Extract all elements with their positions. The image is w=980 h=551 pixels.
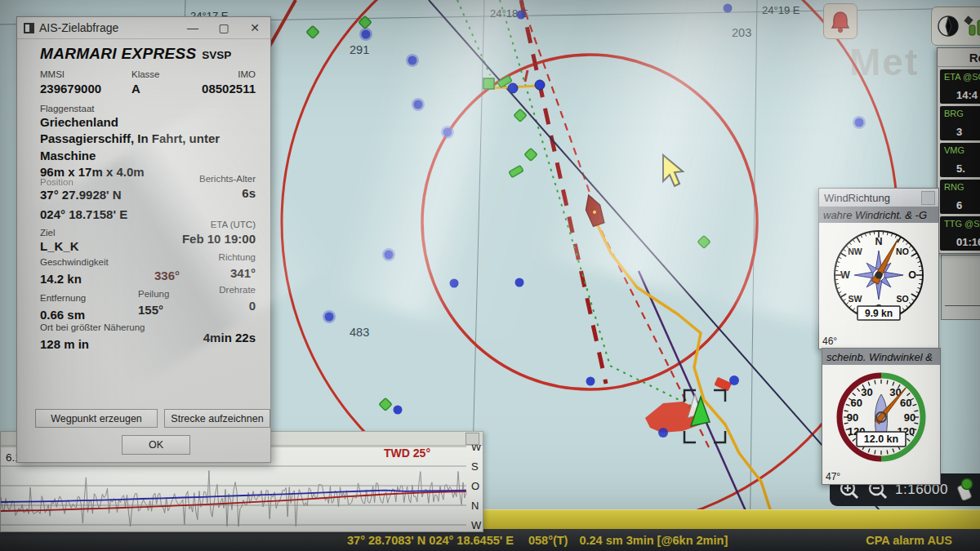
record-track-button[interactable]: Strecke aufzeichnen (164, 409, 270, 428)
range-label: Entfernung (40, 293, 86, 303)
class-label: Klasse (131, 69, 160, 79)
cursor-range-readout: 0.24 sm 3min [@6kn 2min] (579, 534, 728, 547)
sog-value: 14.2 kn (40, 272, 82, 286)
svg-text:90: 90 (904, 411, 915, 424)
wind-direction-window[interactable]: WindRichtung wahre Windricht. & -G NNOOS… (818, 188, 939, 349)
apparent-wind-corner-value: 47° (826, 471, 840, 482)
route-eta-box: ETA @SOG 14:4 (940, 69, 980, 104)
close-icon[interactable]: ✕ (239, 17, 270, 38)
eta-value: Feb 10 19:00 (182, 232, 256, 246)
svg-text:SO: SO (896, 294, 908, 304)
latitude-value: 37° 27.9928' N (40, 188, 122, 202)
rot-value: 0 (249, 299, 256, 313)
longitude-value: 024° 18.7158' E (40, 207, 127, 221)
apparent-wind-speed-value: 12.0 kn (864, 433, 898, 445)
dialog-title: AIS-Zielabfrage (39, 21, 118, 34)
wind-compass-rose: NNOOSOSSWWNW9.9 kn (819, 223, 938, 332)
heading-value: 341° (230, 266, 256, 280)
svg-text:O: O (471, 480, 479, 492)
svg-text:90: 90 (847, 411, 858, 424)
true-wind-subtitle: wahre Windricht. & -G (819, 207, 938, 223)
bearing-label: Peilung (138, 289, 169, 299)
true-wind-corner-value: 46° (822, 335, 837, 347)
nav-status-line2: Maschine (40, 149, 96, 162)
ship-name: MARMARI EXPRESS (40, 45, 196, 62)
bell-icon (830, 10, 851, 33)
cpa-alarm-status: CPA alarm AUS (866, 534, 952, 547)
signal-bars-icon[interactable] (964, 14, 980, 38)
orientation-icon[interactable] (954, 477, 975, 503)
route-console[interactable]: Route ETA @SOG 14:4 BRG 3 VMG 5. RNG 6 T… (937, 47, 980, 254)
destination-value: L_K_K (40, 239, 79, 253)
svg-text:NO: NO (896, 247, 909, 256)
true-wind-speed-value: 9.9 kn (865, 308, 893, 319)
ownship-symbol[interactable] (581, 193, 605, 227)
svg-text:NW: NW (848, 247, 862, 256)
report-age-value: 6s (242, 186, 256, 200)
flag-label: Flaggenstaat (40, 104, 95, 113)
wind-window-button[interactable] (921, 191, 935, 205)
svg-text:60: 60 (900, 397, 911, 409)
svg-text:W: W (471, 445, 482, 453)
svg-text:S: S (471, 460, 479, 473)
cpa-label: Ort bei größter Näherung (40, 322, 145, 332)
cog-value: 336° (154, 269, 180, 282)
mmsi-label: MMSI (40, 69, 65, 79)
flag-value: Griechenland (40, 115, 118, 129)
svg-text:W: W (471, 519, 482, 531)
wind-window-title: WindRichtung (824, 192, 890, 204)
route-vmg-box: VMG 5. (940, 143, 980, 177)
display-mode-cluster[interactable] (931, 7, 980, 46)
ship-callsign: SVSP (202, 49, 231, 61)
class-value: A (131, 82, 140, 96)
day-night-dial-icon[interactable] (936, 14, 960, 38)
svg-text:N: N (471, 500, 479, 512)
bearing-value: 155° (138, 303, 163, 317)
route-brg-box: BRG 3 (940, 106, 980, 140)
svg-text:W: W (840, 269, 850, 281)
maximize-icon[interactable]: ▢ (208, 17, 239, 38)
instrument-sub-window[interactable] (941, 255, 980, 320)
cursor-position-readout: 37° 28.7083' N 024° 18.6455' E (347, 534, 514, 547)
cursor-bearing-readout: 058°(T) (528, 534, 568, 547)
report-age-label: Berichts-Alter (199, 174, 256, 184)
route-rng-box: RNG 6 (940, 180, 980, 214)
ok-button[interactable]: OK (122, 435, 190, 455)
imo-value: 08502511 (202, 82, 256, 96)
route-ttg-box: TTG @SO 01:16 (940, 216, 980, 251)
apparent-wind-window[interactable]: scheinb. Windwinkel & 303060609090120120… (822, 348, 941, 485)
wind-window-titlebar[interactable]: WindRichtung (819, 189, 938, 207)
guard-ring (422, 55, 757, 389)
tcpa-value: 4min 22s (203, 331, 256, 344)
apparent-wind-subtitle: scheinb. Windwinkel & (822, 349, 940, 365)
apparent-wind-gauge: 30306060909012012015015012.0 kn (822, 365, 940, 473)
eta-label: ETA (UTC) (211, 220, 256, 229)
minimize-icon[interactable]: — (177, 17, 208, 38)
twd-readout: TWD 25° (384, 447, 430, 460)
mouse-cursor (663, 155, 683, 186)
imo-label: IMO (238, 69, 256, 79)
svg-text:60: 60 (850, 397, 862, 409)
ais-target-query-dialog[interactable]: AIS-Zielabfrage — ▢ ✕ MARMARI EXPRESSSVS… (16, 16, 271, 463)
sog-label: Geschwindigkeit (40, 257, 109, 267)
mmsi-value: 239679000 (40, 82, 101, 96)
depth-sounding: 483 (350, 326, 369, 339)
alarm-bell-button[interactable] (823, 3, 858, 39)
cpa-value: 128 m in (40, 337, 89, 351)
svg-text:30: 30 (861, 386, 872, 398)
graph-close-icon[interactable] (466, 433, 479, 445)
rot-label: Drehrate (219, 285, 256, 295)
depth-sounding: 291 (350, 43, 369, 56)
depth-sounding: 203 (732, 26, 751, 39)
status-bar: 37° 28.7083' N 024° 18.6455' E 058°(T) 0… (0, 529, 980, 551)
svg-text:O: O (908, 269, 916, 281)
svg-text:N: N (875, 236, 882, 247)
range-value: 0.66 sm (40, 308, 85, 322)
destination-label: Ziel (40, 228, 56, 238)
dialog-titlebar[interactable]: AIS-Zielabfrage — ▢ ✕ (17, 17, 270, 39)
meridian-label: 24°19 E (762, 4, 800, 16)
nav-status-line1: Passagierschiff, In Fahrt, unter (40, 131, 220, 145)
route-console-title: Route (938, 48, 980, 67)
svg-text:SW: SW (849, 294, 862, 304)
create-waypoint-button[interactable]: Wegpunkt erzeugen (35, 409, 158, 428)
